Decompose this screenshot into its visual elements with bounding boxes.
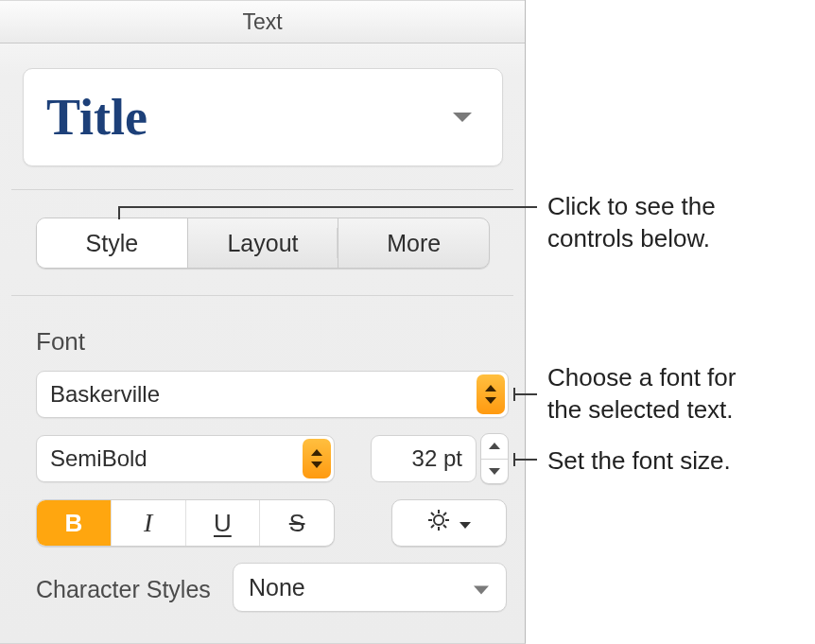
text-style-buttons: B I U S bbox=[36, 499, 335, 547]
svg-marker-1 bbox=[485, 385, 496, 392]
chevron-down-icon bbox=[458, 511, 473, 535]
annotation-tabs: Click to see the controls below. bbox=[547, 191, 716, 255]
font-section-label: Font bbox=[36, 327, 85, 357]
paragraph-style-picker[interactable]: Title bbox=[23, 68, 503, 166]
svg-point-7 bbox=[434, 515, 443, 525]
panel-header: Text bbox=[0, 0, 525, 44]
leader-line bbox=[513, 459, 537, 461]
tab-layout-label: Layout bbox=[227, 230, 298, 257]
format-inspector-panel: Text Title Style Layout More Font bbox=[0, 0, 526, 644]
font-family-select[interactable]: Baskerville bbox=[36, 371, 509, 418]
italic-glyph: I bbox=[144, 508, 152, 538]
annotation-text: controls below. bbox=[547, 224, 710, 252]
stepper-up[interactable] bbox=[481, 434, 508, 460]
svg-marker-9 bbox=[474, 586, 489, 595]
strike-glyph: S bbox=[289, 510, 305, 537]
tab-style[interactable]: Style bbox=[37, 218, 188, 268]
updown-icon bbox=[303, 439, 331, 479]
chevron-down-icon bbox=[472, 574, 491, 601]
svg-marker-0 bbox=[453, 113, 472, 122]
separator bbox=[11, 295, 513, 296]
tab-more[interactable]: More bbox=[338, 218, 489, 268]
italic-button[interactable]: I bbox=[112, 500, 186, 546]
tab-more-label: More bbox=[387, 230, 441, 257]
advanced-options-button[interactable] bbox=[391, 499, 507, 547]
stepper-down[interactable] bbox=[481, 460, 508, 484]
tab-style-label: Style bbox=[86, 230, 139, 257]
annotation-text: the selected text. bbox=[547, 395, 734, 424]
inspector-tabs: Style Layout More bbox=[36, 218, 490, 269]
chevron-down-icon bbox=[451, 105, 474, 130]
tab-layout[interactable]: Layout bbox=[188, 218, 339, 268]
font-weight-select[interactable]: SemiBold bbox=[36, 435, 335, 482]
character-styles-value: None bbox=[249, 574, 305, 601]
font-family-value: Baskerville bbox=[50, 381, 160, 408]
underline-button[interactable]: U bbox=[186, 500, 261, 546]
annotation-text: Choose a font for bbox=[547, 363, 736, 392]
panel-title: Text bbox=[242, 9, 282, 35]
gear-icon bbox=[425, 507, 452, 539]
svg-marker-8 bbox=[460, 522, 471, 529]
annotation-font-size: Set the font size. bbox=[547, 445, 731, 478]
paragraph-style-name: Title bbox=[46, 88, 147, 147]
bold-button[interactable]: B bbox=[37, 500, 112, 546]
font-size-input[interactable]: 32 pt bbox=[371, 435, 477, 482]
svg-marker-4 bbox=[311, 461, 322, 468]
font-weight-value: SemiBold bbox=[50, 445, 147, 472]
bold-glyph: B bbox=[64, 509, 82, 538]
underline-glyph: U bbox=[214, 509, 232, 538]
annotation-font-family: Choose a font for the selected text. bbox=[547, 362, 736, 426]
font-size-value: 32 pt bbox=[412, 445, 462, 472]
separator bbox=[11, 189, 513, 190]
annotation-text: Click to see the bbox=[547, 192, 716, 220]
svg-marker-6 bbox=[489, 468, 500, 475]
font-size-stepper[interactable] bbox=[480, 433, 509, 484]
leader-line bbox=[513, 393, 537, 395]
svg-marker-5 bbox=[489, 443, 500, 449]
svg-marker-2 bbox=[485, 397, 496, 404]
leader-line bbox=[118, 206, 537, 208]
character-styles-label: Character Styles bbox=[36, 576, 211, 603]
character-styles-select[interactable]: None bbox=[233, 563, 507, 612]
svg-marker-3 bbox=[311, 449, 322, 456]
strikethrough-button[interactable]: S bbox=[260, 500, 334, 546]
updown-icon bbox=[477, 374, 505, 414]
